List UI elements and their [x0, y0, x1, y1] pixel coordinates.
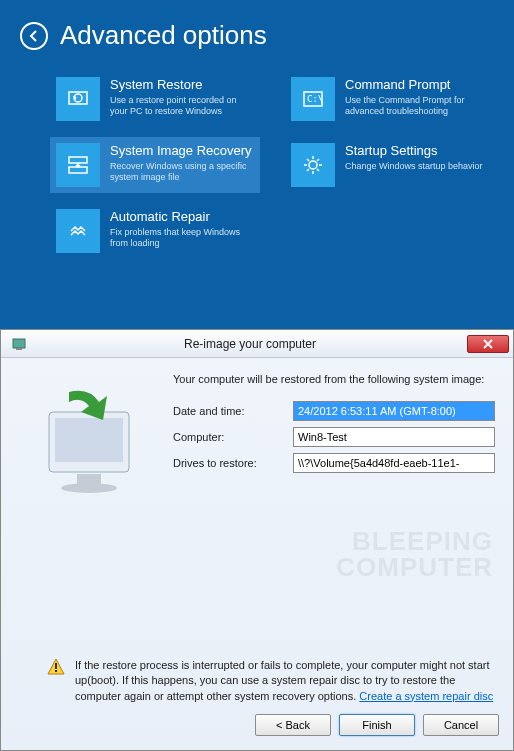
label-datetime: Date and time: — [173, 405, 293, 417]
tile-title: System Image Recovery — [110, 143, 254, 159]
close-icon — [483, 339, 493, 349]
label-computer: Computer: — [173, 431, 293, 443]
tile-desc: Use the Command Prompt for advanced trou… — [345, 95, 489, 118]
svg-text:C:\: C:\ — [307, 94, 323, 104]
intro-text: Your computer will be restored from the … — [173, 372, 495, 387]
create-repair-disc-link[interactable]: Create a system repair disc — [359, 690, 493, 702]
svg-rect-19 — [77, 474, 101, 484]
svg-line-13 — [307, 169, 309, 171]
svg-rect-15 — [13, 339, 25, 348]
tile-automatic-repair[interactable]: Automatic Repair Fix problems that keep … — [50, 203, 260, 259]
image-recovery-icon — [56, 143, 100, 187]
cancel-button[interactable]: Cancel — [423, 714, 499, 736]
button-row: < Back Finish Cancel — [1, 704, 513, 750]
page-title: Advanced options — [60, 20, 267, 51]
svg-line-11 — [307, 159, 309, 161]
svg-rect-22 — [55, 670, 57, 672]
svg-rect-4 — [69, 157, 87, 163]
prompt-icon: C:\ — [291, 77, 335, 121]
dialog-title: Re-image your computer — [33, 337, 467, 351]
label-drives: Drives to restore: — [173, 457, 293, 469]
repair-icon — [56, 209, 100, 253]
restore-icon — [56, 77, 100, 121]
svg-line-12 — [317, 169, 319, 171]
back-dialog-button[interactable]: < Back — [255, 714, 331, 736]
tile-command-prompt[interactable]: C:\ Command Prompt Use the Command Promp… — [285, 71, 495, 127]
svg-line-14 — [317, 159, 319, 161]
warning-box: If the restore process is interrupted or… — [1, 658, 513, 704]
back-arrow-icon — [27, 29, 41, 43]
tile-desc: Fix problems that keep Windows from load… — [110, 227, 254, 250]
finish-button[interactable]: Finish — [339, 714, 415, 736]
field-computer[interactable] — [293, 427, 495, 447]
reimage-dialog: Re-image your computer Your computer wil… — [0, 329, 514, 751]
tile-title: System Restore — [110, 77, 254, 93]
svg-point-20 — [61, 483, 117, 493]
tile-desc: Recover Windows using a specific system … — [110, 161, 254, 184]
tile-system-image-recovery[interactable]: System Image Recovery Recover Windows us… — [50, 137, 260, 193]
tile-grid: System Restore Use a restore point recor… — [50, 71, 494, 259]
warning-text: If the restore process is interrupted or… — [75, 658, 495, 704]
dialog-content: Your computer will be restored from the … — [173, 372, 495, 650]
tile-startup-settings[interactable]: Startup Settings Change Windows startup … — [285, 137, 495, 193]
svg-point-6 — [309, 161, 317, 169]
titlebar: Re-image your computer — [1, 330, 513, 358]
tile-desc: Use a restore point recorded on your PC … — [110, 95, 254, 118]
svg-rect-21 — [55, 663, 57, 669]
svg-rect-16 — [16, 348, 22, 350]
dialog-illustration — [19, 372, 159, 650]
field-datetime[interactable] — [293, 401, 495, 421]
header: Advanced options — [20, 20, 494, 51]
advanced-options-screen: Advanced options System Restore Use a re… — [0, 0, 514, 329]
tile-title: Automatic Repair — [110, 209, 254, 225]
tile-system-restore[interactable]: System Restore Use a restore point recor… — [50, 71, 260, 127]
monitor-restore-icon — [29, 382, 149, 512]
app-icon — [11, 336, 27, 352]
gear-icon — [291, 143, 335, 187]
close-button[interactable] — [467, 335, 509, 353]
dialog-body: Your computer will be restored from the … — [1, 358, 513, 650]
tile-desc: Change Windows startup behavior — [345, 161, 489, 173]
svg-rect-18 — [55, 418, 123, 462]
tile-title: Command Prompt — [345, 77, 489, 93]
tile-title: Startup Settings — [345, 143, 489, 159]
warning-icon — [47, 658, 65, 676]
field-drives[interactable] — [293, 453, 495, 473]
back-button[interactable] — [20, 22, 48, 50]
